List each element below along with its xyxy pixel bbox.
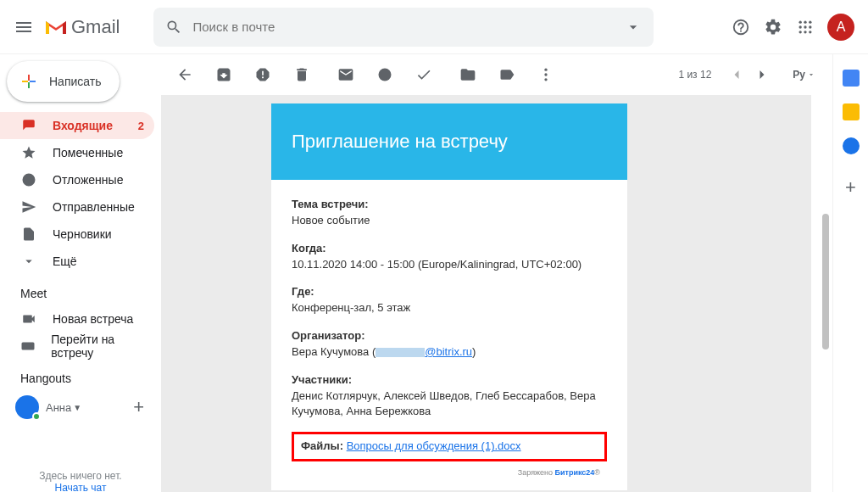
svg-point-2 bbox=[809, 20, 811, 23]
chevron-down-icon bbox=[20, 253, 37, 270]
field-when: Когда: 10.11.2020 14:00 - 15:00 (Europe/… bbox=[292, 241, 607, 273]
svg-point-3 bbox=[799, 25, 802, 28]
svg-rect-9 bbox=[22, 343, 35, 350]
inbox-icon bbox=[20, 117, 37, 134]
label-icon[interactable] bbox=[498, 66, 515, 83]
settings-icon[interactable] bbox=[763, 17, 783, 37]
scrollbar-thumb[interactable] bbox=[822, 214, 829, 349]
next-icon[interactable] bbox=[754, 66, 771, 83]
svg-point-1 bbox=[804, 20, 806, 23]
nav-starred[interactable]: Помеченные bbox=[0, 139, 154, 166]
meet-new[interactable]: Новая встреча bbox=[0, 305, 161, 333]
compose-button[interactable]: Написать bbox=[7, 61, 120, 102]
search-options-icon[interactable] bbox=[625, 19, 642, 36]
addons-plus-icon[interactable]: + bbox=[845, 176, 856, 198]
hangouts-user-row[interactable]: Анна ▼ + bbox=[0, 390, 161, 419]
more-icon[interactable] bbox=[537, 66, 554, 83]
field-where: Где: Конференц-зал, 5 этаж bbox=[292, 284, 607, 316]
archive-icon[interactable] bbox=[215, 66, 232, 83]
prev-icon[interactable] bbox=[728, 66, 745, 83]
nav-label: Черновики bbox=[53, 227, 112, 241]
account-avatar[interactable]: А bbox=[827, 14, 854, 41]
delete-icon[interactable] bbox=[293, 66, 310, 83]
move-icon[interactable] bbox=[459, 66, 476, 83]
main-area: 1 из 12 Ру Приглашение на встречу Тема в… bbox=[161, 54, 832, 492]
nav-inbox[interactable]: Входящие 2 bbox=[0, 112, 154, 139]
snooze-icon[interactable] bbox=[376, 66, 393, 83]
clock-icon bbox=[20, 171, 37, 188]
svg-point-12 bbox=[544, 73, 547, 75]
svg-point-8 bbox=[809, 31, 811, 33]
message-counter: 1 из 12 bbox=[678, 69, 711, 81]
redacted-email bbox=[376, 348, 425, 357]
side-panel: + bbox=[832, 54, 868, 492]
logo-text: Gmail bbox=[71, 16, 120, 38]
svg-point-10 bbox=[379, 69, 392, 81]
hangouts-avatar bbox=[15, 395, 39, 419]
svg-point-7 bbox=[804, 31, 806, 33]
svg-point-5 bbox=[809, 25, 811, 28]
nav-badge: 2 bbox=[138, 120, 144, 132]
search-bar[interactable] bbox=[153, 8, 654, 47]
nav-snoozed[interactable]: Отложенные bbox=[0, 166, 154, 193]
plus-multicolor-icon bbox=[19, 71, 39, 92]
video-icon bbox=[20, 310, 37, 327]
meet-join[interactable]: Перейти на встречу bbox=[0, 333, 161, 360]
nav-label: Входящие bbox=[53, 119, 113, 132]
star-icon bbox=[20, 144, 37, 161]
nav-more[interactable]: Ещё bbox=[0, 248, 154, 275]
nav-sent[interactable]: Отправленные bbox=[0, 193, 154, 221]
sidebar: Написать Входящие 2 Помеченные Отложенны… bbox=[0, 54, 161, 492]
svg-point-0 bbox=[799, 20, 802, 23]
start-chat-link[interactable]: Начать чат bbox=[0, 482, 161, 492]
gmail-logo[interactable]: Gmail bbox=[44, 16, 120, 38]
file-attachment-link[interactable]: Вопросы для обсуждения (1).docx bbox=[347, 439, 521, 452]
powered-by: Заряжено Битрикс24® bbox=[292, 468, 607, 484]
search-icon bbox=[165, 19, 182, 36]
files-highlight-box: Файлы: Вопросы для обсуждения (1).docx bbox=[292, 432, 607, 461]
email-card: Приглашение на встречу Тема встречи: Нов… bbox=[271, 103, 627, 490]
nav-label: Отложенные bbox=[53, 173, 123, 187]
field-participants: Участники: Денис Котлярчук, Алексей Швед… bbox=[292, 372, 607, 421]
keep-app-icon[interactable] bbox=[843, 103, 860, 120]
spam-icon[interactable] bbox=[254, 66, 271, 83]
organizer-email-link[interactable]: @bitrix.ru bbox=[425, 345, 472, 358]
back-icon[interactable] bbox=[176, 66, 193, 83]
hangouts-title: Hangouts bbox=[0, 360, 161, 390]
status-dot-icon bbox=[32, 412, 41, 421]
header-right: А bbox=[731, 14, 854, 41]
compose-label: Написать bbox=[49, 75, 101, 88]
field-organizer: Организатор: Вера Кучумова (@bitrix.ru) bbox=[292, 328, 607, 361]
calendar-app-icon[interactable] bbox=[843, 70, 860, 87]
menu-icon[interactable] bbox=[14, 17, 34, 37]
nav-label: Помеченные bbox=[53, 146, 123, 159]
meet-label: Новая встреча bbox=[53, 312, 133, 326]
nav-label: Ещё bbox=[53, 254, 77, 268]
nav-label: Отправленные bbox=[53, 200, 135, 214]
hangouts-empty: Здесь ничего нет. Начать чат bbox=[0, 470, 161, 492]
hangouts-add-icon[interactable]: + bbox=[133, 396, 144, 418]
file-icon bbox=[20, 226, 37, 243]
nav-drafts[interactable]: Черновики bbox=[0, 221, 154, 248]
hangouts-user: Анна bbox=[46, 401, 71, 414]
add-task-icon[interactable] bbox=[415, 66, 432, 83]
mark-unread-icon[interactable] bbox=[337, 66, 354, 83]
email-title: Приглашение на встречу bbox=[292, 131, 607, 153]
help-icon[interactable] bbox=[731, 17, 751, 37]
send-icon bbox=[20, 198, 37, 215]
message-toolbar: 1 из 12 Ру bbox=[161, 54, 832, 95]
apps-icon[interactable] bbox=[795, 17, 815, 37]
search-input[interactable] bbox=[192, 20, 625, 34]
email-title-block: Приглашение на встречу bbox=[271, 103, 627, 180]
svg-point-6 bbox=[799, 31, 802, 33]
keyboard-icon bbox=[20, 338, 36, 355]
tasks-app-icon[interactable] bbox=[843, 137, 860, 154]
svg-point-13 bbox=[544, 78, 547, 81]
field-subject: Тема встречи: Новое событие bbox=[292, 197, 607, 229]
meet-label: Перейти на встречу bbox=[51, 333, 151, 360]
message-content: Приглашение на встречу Тема встречи: Нов… bbox=[161, 95, 832, 492]
input-lang[interactable]: Ру bbox=[793, 69, 815, 81]
meet-title: Meet bbox=[0, 275, 161, 305]
svg-point-11 bbox=[544, 69, 547, 71]
chevron-down-icon[interactable]: ▼ bbox=[73, 403, 81, 412]
